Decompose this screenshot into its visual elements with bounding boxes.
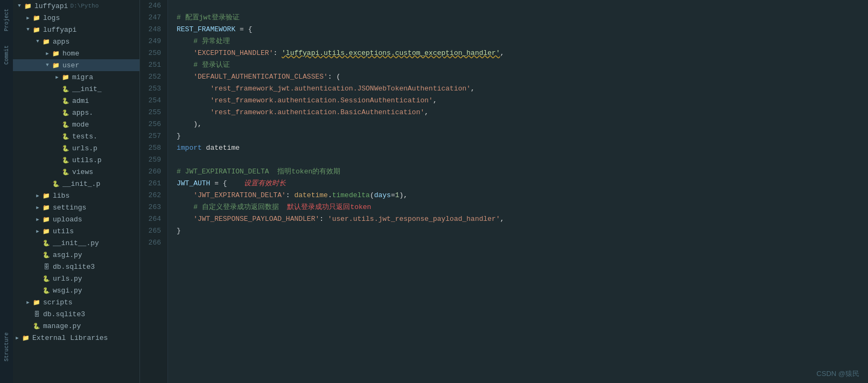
tree-item-luffyapi-inner[interactable]: luffyapi [13, 24, 139, 36]
token-dot: . [328, 190, 332, 201]
file-icon-urls [61, 144, 70, 152]
code-line-251: # 登录认证 [177, 59, 868, 71]
comment-red-263: 默认登录成功只返回token [279, 201, 372, 213]
code-line-264: 'JWT_RESPONSE_PAYLOAD_HANDLER' : 'user.u… [177, 213, 868, 225]
code-view[interactable]: 246 247 248 249 250 251 252 253 254 255 … [140, 0, 868, 383]
file-icon-initp [52, 179, 60, 188]
token-timedelta: timedelta [332, 190, 370, 201]
code-line-247: # 配置jwt登录验证 [177, 12, 868, 24]
tree-label-urls2: urls.py [53, 275, 82, 283]
token-c3: , [424, 107, 429, 119]
token-comma2: , [500, 213, 505, 225]
code-line-259 [177, 154, 868, 166]
tree-item-logs[interactable]: logs [13, 12, 139, 24]
tree-label-utils-folder: utils [53, 227, 74, 235]
token-delta-key: 'JWT_EXPIRATION_DELTA' [177, 190, 286, 201]
tree-item-urls2[interactable]: urls.py [13, 273, 139, 284]
tree-arrow-root [15, 2, 24, 10]
folder-icon-home [52, 49, 60, 58]
tree-item-mode[interactable]: mode [13, 119, 139, 130]
folder-icon-libs [42, 191, 51, 200]
tree-item-asgi[interactable]: asgi.py [13, 249, 139, 261]
file-icon-db [42, 262, 51, 271]
tree-item-wsgi[interactable]: wsgi.py [13, 284, 139, 296]
tree-item-initp[interactable]: __init_.p [13, 178, 139, 190]
folder-icon-user [52, 61, 60, 69]
tree-label-urls: urls.p [72, 144, 97, 152]
token-eq2: = [210, 178, 222, 190]
file-icon-wsgi [42, 286, 51, 295]
editor-panel: 246 247 248 249 250 251 252 253 254 255 … [140, 0, 868, 383]
token-close: ), [400, 190, 408, 201]
tree-arrow-home [43, 49, 52, 58]
folder-icon-uploads [42, 215, 51, 224]
code-line-258: import datetime [177, 142, 868, 154]
tree-item-init2[interactable]: __init__.py [13, 237, 139, 249]
tree-item-views[interactable]: views [13, 166, 139, 178]
tree-path: D:\Pytho [70, 3, 99, 9]
file-icon-asgi [42, 250, 51, 259]
code-line-250: 'EXCEPTION_HANDLER' : 'luffyapi.utils.ex… [177, 47, 868, 59]
structure-label[interactable]: Structure [4, 332, 10, 361]
token-close-paren: ), [177, 119, 202, 130]
tree-item-db[interactable]: db.sqlite3 [13, 261, 139, 273]
tree-item-db2[interactable]: db.sqlite3 [13, 308, 139, 320]
tree-arrow-settings [33, 203, 42, 212]
code-line-265: } [177, 225, 868, 237]
tree-item-utils-folder[interactable]: utils [13, 225, 139, 237]
tree-item-init[interactable]: __init_ [13, 83, 139, 95]
tree-item-apps[interactable]: apps [13, 36, 139, 47]
token-c2: , [433, 95, 437, 107]
tree-item-libs[interactable]: libs [13, 190, 139, 201]
tree-label-luffyapi-inner: luffyapi [43, 26, 76, 34]
tree-root[interactable]: luffyapi D:\Pytho [13, 0, 139, 12]
file-icon-admi [61, 96, 70, 105]
token-exc-key: 'EXCEPTION_HANDLER' [177, 47, 273, 59]
token-brace: { [248, 24, 253, 36]
token-1: 1 [395, 190, 400, 201]
tree-arrow-migra [53, 73, 61, 81]
tree-arrow-user [43, 61, 52, 69]
tree-item-uploads[interactable]: uploads [13, 213, 139, 225]
tree-item-scripts[interactable]: scripts [13, 296, 139, 308]
folder-icon-root [24, 2, 32, 10]
code-line-261: JWT_AUTH = { 设置有效时长 [177, 178, 868, 190]
tree-label-logs: logs [43, 14, 60, 22]
comment-251: # 登录认证 [177, 59, 230, 71]
token-dac-key: 'DEFAULT_AUTHENTICATION_CLASSES' [177, 71, 328, 83]
tree-item-home[interactable]: home [13, 47, 139, 59]
tree-item-user[interactable]: user [13, 59, 139, 71]
tree-label-home: home [62, 50, 79, 58]
code-line-252: 'DEFAULT_AUTHENTICATION_CLASSES' : ( [177, 71, 868, 83]
tree-item-urls[interactable]: urls.p [13, 142, 139, 154]
tree-item-admi[interactable]: admi [13, 95, 139, 107]
project-label[interactable]: Project [4, 9, 10, 31]
commit-label[interactable]: Commit [4, 45, 10, 65]
line-numbers: 246 247 248 249 250 251 252 253 254 255 … [140, 0, 168, 383]
token-c1: , [471, 83, 475, 95]
tree-item-tests[interactable]: tests. [13, 130, 139, 142]
tree-item-migra[interactable]: migra [13, 71, 139, 83]
file-icon-views [61, 168, 70, 176]
tree-label-uploads: uploads [53, 215, 82, 224]
code-line-246 [177, 0, 868, 12]
folder-icon-migra [61, 73, 70, 81]
tree-label-asgi: asgi.py [53, 251, 82, 259]
tree-arrow-external [13, 333, 22, 342]
tree-item-manage[interactable]: manage.py [13, 320, 139, 332]
file-icon-db2 [32, 310, 41, 318]
tree-item-settings[interactable]: settings [13, 201, 139, 213]
token-days: days [374, 190, 391, 201]
token-import: import [177, 142, 202, 154]
tree-label-utils: utils.p [72, 156, 102, 164]
folder-icon-utils-folder [42, 227, 51, 235]
tree-item-utils[interactable]: utils.p [13, 154, 139, 166]
token-jwt-auth-var: JWT_AUTH [177, 178, 210, 190]
folder-icon-logs [32, 13, 41, 22]
token-dac-paren: : ( [328, 71, 340, 83]
code-line-249: # 异常处理 [177, 36, 868, 47]
tree-item-external[interactable]: External Libraries [13, 332, 139, 344]
tree-item-apps-py[interactable]: apps. [13, 107, 139, 119]
tree-label-init: __init_ [72, 85, 102, 93]
code-content[interactable]: # 配置jwt登录验证 REST_FRAMEWORK = { # 异常处理 'E… [168, 0, 868, 383]
